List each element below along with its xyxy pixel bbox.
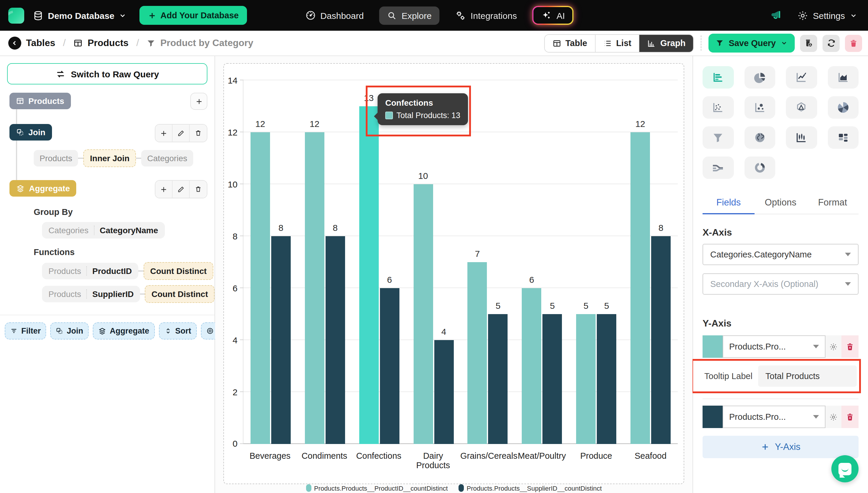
chart-area: 0 2 4 6 8 10 12 14 12 8 12 8	[215, 56, 693, 493]
bar-produce-productid[interactable]: 5	[576, 314, 596, 444]
view-toggle-table[interactable]: Table	[545, 35, 596, 52]
join-edit-button[interactable]	[172, 125, 190, 142]
announcement-megaphone-icon[interactable]	[770, 9, 784, 22]
function-type-chip[interactable]: Count Distinct	[144, 262, 213, 280]
bubble-chart-icon[interactable]	[744, 96, 775, 119]
scatter-plot-icon[interactable]	[703, 96, 733, 119]
treemap-chart-icon[interactable]	[828, 126, 859, 149]
pie-chart-icon[interactable]	[744, 66, 775, 89]
function-field-chip[interactable]: Products SupplierID	[42, 286, 140, 302]
back-button[interactable]	[8, 37, 21, 49]
series-color-swatch[interactable]	[703, 335, 723, 358]
bar-dairy-supplierid[interactable]: 4	[434, 340, 454, 444]
series-settings-button[interactable]	[825, 335, 842, 358]
y-tick: 10	[222, 179, 237, 189]
add-step-button[interactable]	[190, 93, 207, 110]
funnel-chart-icon[interactable]	[703, 126, 733, 149]
nav-item-ai[interactable]: AI	[532, 6, 574, 25]
delete-query-button[interactable]	[845, 35, 862, 52]
save-query-button[interactable]: Save Query	[708, 34, 795, 52]
switch-to-raw-query-button[interactable]: Switch to Raw Query	[7, 63, 207, 84]
add-y-axis-button[interactable]: Y-Axis	[703, 436, 859, 458]
secondary-x-axis-select[interactable]: Secondary X-Axis (Optional)	[703, 273, 859, 295]
join-left-table-chip[interactable]: Products	[34, 150, 78, 167]
series-delete-button[interactable]	[842, 406, 859, 428]
chart-type-grid	[703, 66, 859, 179]
tab-fields[interactable]: Fields	[703, 193, 755, 214]
bar-grains-productid[interactable]: 7	[468, 262, 487, 444]
bar-dairy-productid[interactable]: 10	[413, 184, 433, 444]
y-series-select[interactable]: Products.Pro...	[723, 406, 825, 428]
bar-grains-supplierid[interactable]: 5	[488, 314, 508, 444]
bar-beverages-supplierid[interactable]: 8	[271, 236, 291, 444]
join-type-chip[interactable]: Inner Join	[84, 149, 136, 167]
app-logo[interactable]	[8, 7, 24, 23]
bar-seafood-productid[interactable]: 12	[631, 132, 650, 444]
join-node-badge[interactable]: Join	[9, 124, 52, 141]
join-right-table-chip[interactable]: Categories	[141, 150, 193, 167]
area-chart-icon[interactable]	[828, 66, 859, 89]
nav-item-settings[interactable]: Settings	[797, 10, 857, 21]
bar-meat-productid[interactable]: 6	[522, 288, 541, 444]
bar-condiments-supplierid[interactable]: 8	[326, 236, 345, 444]
bar-condiments-productid[interactable]: 12	[305, 132, 324, 444]
refresh-button[interactable]	[823, 35, 840, 52]
view-toggle: Table List Graph	[544, 34, 694, 52]
donut-chart-icon[interactable]	[744, 156, 775, 179]
x-label-beverages: Beverages	[243, 451, 297, 470]
chat-bubble-icon	[839, 463, 851, 475]
radar-chart-icon[interactable]	[786, 96, 817, 119]
join-label: Join	[67, 326, 83, 335]
series-delete-button[interactable]	[842, 335, 859, 358]
legend-item-productid[interactable]: Products.Products__ProductID__countDisti…	[306, 484, 448, 492]
group-by-chip[interactable]: Categories CategoryName	[42, 222, 165, 238]
rose-chart-icon[interactable]	[828, 96, 859, 119]
bar-produce-supplierid[interactable]: 5	[597, 314, 616, 444]
function-field-chip[interactable]: Products ProductID	[42, 263, 138, 279]
bar-chart-icon[interactable]	[703, 66, 733, 89]
join-button[interactable]: Join	[50, 322, 89, 340]
bar-beverages-productid[interactable]: 12	[250, 132, 270, 444]
legend-item-supplierid[interactable]: Products.Products__SupplierID__countDist…	[458, 484, 602, 492]
candlestick-chart-icon[interactable]	[786, 126, 817, 149]
line-chart-icon[interactable]	[786, 66, 817, 89]
tooltip-label-input[interactable]	[758, 365, 857, 387]
breadcrumb-products[interactable]: Products	[87, 38, 128, 48]
aggregate-add-button[interactable]	[156, 181, 172, 198]
function-type-chip[interactable]: Count Distinct	[145, 285, 214, 303]
sankey-chart-icon[interactable]	[703, 156, 733, 179]
toolbar-divider	[701, 36, 701, 51]
tooltip-title: Confections	[385, 98, 460, 107]
x-axis-select[interactable]: Categories.CategoryName	[703, 244, 859, 265]
y-series-select[interactable]: Products.Pro...	[723, 335, 825, 358]
bar-confections-supplierid[interactable]: 6	[380, 288, 399, 444]
aggregate-edit-button[interactable]	[172, 181, 190, 198]
bar-seafood-supplierid[interactable]: 8	[651, 236, 670, 444]
bar-confections-productid-hovered[interactable]: 13	[359, 106, 378, 444]
nav-item-dashboard[interactable]: Dashboard	[305, 10, 364, 21]
nav-item-integrations[interactable]: Integrations	[455, 10, 517, 21]
add-database-button[interactable]: Add Your Database	[139, 6, 247, 25]
database-switcher[interactable]: Demo Database	[33, 10, 126, 21]
view-toggle-list[interactable]: List	[595, 35, 640, 52]
aggregate-button[interactable]: Aggregate	[93, 322, 155, 340]
chat-launcher-button[interactable]	[831, 455, 859, 483]
series-settings-button[interactable]	[825, 406, 842, 428]
join-delete-button[interactable]	[190, 125, 207, 142]
history-jar-button[interactable]	[800, 35, 817, 52]
filter-button[interactable]: Filter	[5, 322, 46, 340]
series-color-swatch[interactable]	[703, 406, 723, 428]
bar-value: 5	[550, 301, 555, 310]
tab-options[interactable]: Options	[755, 193, 807, 214]
tab-format[interactable]: Format	[807, 193, 859, 214]
aggregate-delete-button[interactable]	[190, 181, 207, 198]
bar-meat-supplierid[interactable]: 5	[543, 314, 562, 444]
map-chart-icon[interactable]	[744, 126, 775, 149]
join-add-button[interactable]	[156, 125, 172, 142]
sort-button[interactable]: Sort	[159, 322, 197, 340]
aggregate-node-badge[interactable]: Aggregate	[9, 180, 76, 197]
view-toggle-graph[interactable]: Graph	[640, 35, 693, 52]
breadcrumb-tables[interactable]: Tables	[26, 38, 55, 48]
nav-item-explore[interactable]: Explore	[379, 6, 439, 24]
table-node-badge[interactable]: Products	[9, 93, 70, 109]
